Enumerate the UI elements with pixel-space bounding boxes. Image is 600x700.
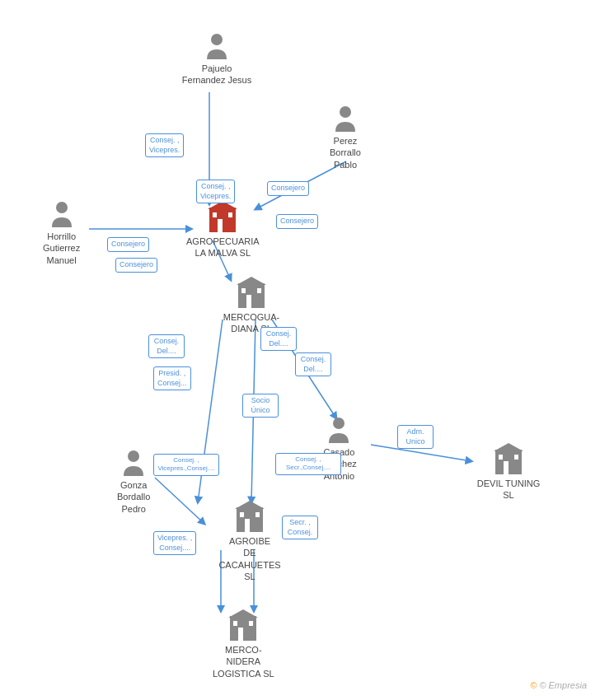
svg-rect-40 bbox=[249, 621, 253, 626]
badge-consejero-3: Consejero bbox=[107, 237, 149, 252]
node-devil-tuning: DEVIL TUNING SL bbox=[471, 443, 546, 502]
network-diagram: Pajuelo Fernandez Jesus PerezBorralloPab… bbox=[0, 0, 600, 700]
node-merco-nidera: MERCO-NIDERALOGISTICA SL bbox=[213, 609, 274, 679]
label-devil-tuning: DEVIL TUNING SL bbox=[471, 478, 546, 502]
watermark: © © Empresia bbox=[530, 680, 587, 690]
node-horrillo: HorrilloGutierrezManuel bbox=[43, 199, 80, 266]
svg-rect-34 bbox=[240, 512, 244, 517]
svg-point-26 bbox=[333, 418, 345, 429]
svg-rect-21 bbox=[246, 295, 251, 308]
badge-consejero-2: Consejero bbox=[276, 214, 318, 229]
svg-rect-17 bbox=[213, 212, 217, 217]
label-horrillo: HorrilloGutierrezManuel bbox=[43, 231, 80, 266]
label-agroibe: AGROIBEDECACAHUETES SL bbox=[213, 535, 287, 582]
svg-marker-36 bbox=[235, 501, 265, 509]
svg-rect-38 bbox=[238, 628, 243, 641]
svg-rect-39 bbox=[233, 621, 237, 626]
badge-secr-consej: Secr. ,Consej. bbox=[282, 516, 318, 539]
badge-presid-consej: Presid. ,Consej... bbox=[153, 366, 191, 390]
watermark-text: © Empresia bbox=[539, 680, 587, 690]
badge-vicepres-consej: Vicepres. ,Consej.... bbox=[153, 531, 196, 555]
badge-consejero-1: Consejero bbox=[267, 181, 309, 196]
badge-consej-vicepres-1: Consej. ,Vicepres. bbox=[145, 133, 184, 157]
badge-consej-secr-consej: Consej. ,Secr.,Consej.... bbox=[275, 453, 341, 475]
node-perez: PerezBorralloPablo bbox=[330, 104, 361, 170]
label-gonzalo: GonzaBordalloPedro bbox=[117, 479, 150, 515]
svg-rect-22 bbox=[241, 288, 246, 293]
svg-rect-29 bbox=[499, 455, 503, 460]
label-merco-nidera: MERCO-NIDERALOGISTICA SL bbox=[213, 644, 274, 679]
badge-socio-unico: SocioÚnico bbox=[242, 394, 279, 418]
badge-consej-vicepres-consej: Consej. ,Vicepres.,Consej.... bbox=[153, 454, 219, 476]
copyright-symbol: © bbox=[530, 680, 537, 690]
node-mercogua: MERCOGUA­DIANA SL bbox=[214, 277, 288, 335]
svg-marker-31 bbox=[494, 443, 523, 451]
node-pajuelo: Pajuelo Fernandez Jesus bbox=[180, 31, 254, 86]
svg-rect-28 bbox=[504, 461, 509, 474]
label-pajuelo: Pajuelo Fernandez Jesus bbox=[180, 63, 254, 86]
svg-line-6 bbox=[155, 478, 204, 524]
svg-point-13 bbox=[340, 106, 351, 118]
badge-consej-del-3: Consej.Del.... bbox=[148, 334, 185, 358]
svg-marker-24 bbox=[237, 277, 266, 285]
svg-point-12 bbox=[211, 34, 223, 45]
badge-consej-vicepres-2: Consej. ,Vicepres. bbox=[196, 180, 235, 203]
svg-rect-18 bbox=[228, 212, 232, 217]
svg-rect-35 bbox=[255, 512, 260, 517]
svg-marker-41 bbox=[228, 609, 258, 618]
node-agroibe: AGROIBEDECACAHUETES SL bbox=[213, 501, 287, 582]
svg-rect-30 bbox=[514, 455, 518, 460]
label-agropecuaria: AGROPECUARIALA MALVA SL bbox=[186, 236, 260, 259]
svg-point-14 bbox=[56, 202, 68, 213]
label-perez: PerezBorralloPablo bbox=[330, 135, 361, 170]
svg-rect-16 bbox=[218, 219, 223, 232]
badge-consejero-4: Consejero bbox=[115, 258, 157, 273]
node-gonzalo: GonzaBordalloPedro bbox=[117, 448, 150, 515]
badge-consej-del-1: Consej.Del.... bbox=[260, 327, 297, 351]
connection-lines bbox=[0, 0, 600, 700]
svg-rect-23 bbox=[257, 288, 261, 293]
badge-adm-unico: Adm.Unico bbox=[397, 425, 434, 449]
badge-consej-del-2: Consej.Del.... bbox=[295, 352, 331, 376]
svg-point-25 bbox=[128, 450, 139, 462]
node-agropecuaria: AGROPECUARIALA MALVA SL bbox=[186, 201, 260, 259]
svg-rect-33 bbox=[245, 519, 250, 532]
